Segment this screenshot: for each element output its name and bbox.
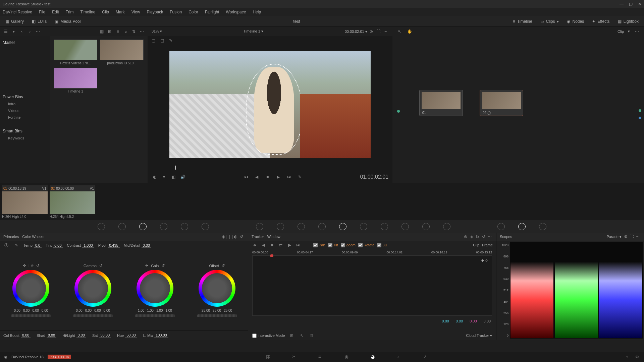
first-frame-icon[interactable]: ⏮ [243,174,249,180]
track-stop-icon[interactable]: ■ [269,242,275,248]
bin-keywords[interactable]: Keywords [3,135,47,141]
more-icon[interactable]: ⋯ [382,28,388,35]
temp-value[interactable]: 0.0 [34,243,42,248]
hue-value[interactable]: 50.00 [125,333,137,338]
hand-icon[interactable]: ✋ [407,28,413,35]
3d-checkbox[interactable]: 3D [377,243,387,247]
media-page-icon[interactable]: ▦ [266,354,272,360]
warper-icon[interactable] [277,223,284,230]
scopes-icon[interactable] [518,223,526,230]
timeline-button[interactable]: ≡Timeline [510,18,535,25]
timeline-name[interactable]: Timeline 1 [244,29,260,33]
viewer-scrubber[interactable] [152,164,388,171]
menu-view[interactable]: View [131,10,140,14]
reset-icon[interactable]: ↺ [222,263,225,268]
shad-value[interactable]: 0.00 [47,333,56,338]
track-link-icon[interactable]: ⇄ [278,242,284,248]
auto-balance-icon[interactable]: Ⓐ [3,242,9,248]
pivot-value[interactable]: 0.435 [108,243,120,248]
crosshair-icon[interactable]: ✛ [23,263,26,268]
sizing-icon[interactable] [422,223,430,230]
more-icon[interactable]: ⋯ [35,28,41,35]
track-fwd-icon[interactable]: ▶ [286,242,292,248]
settings-icon[interactable]: ⚙ [634,354,640,360]
zoom-checkbox[interactable]: Zoom [341,243,356,247]
add-point-icon[interactable]: ⊞ [289,333,295,339]
stop-icon[interactable]: ■ [265,174,271,180]
cut-page-icon[interactable]: ✂ [292,354,298,360]
window-icon[interactable] [318,223,326,230]
loop-icon[interactable]: ↻ [297,174,303,180]
tilt-checkbox[interactable]: Tilt [328,243,338,247]
target-icon[interactable]: ⊕ [463,234,469,240]
menu-fairlight[interactable]: Fairlight [205,10,219,14]
chevron-down-icon[interactable]: ▾ [261,29,263,33]
tracker-graph[interactable]: ◆ ◇ [252,255,492,316]
mute-icon[interactable]: 🔊 [180,174,186,180]
timeline-clip[interactable]: 0100:00:13:19V1 H.264 High L4.0 [2,185,48,218]
interactive-mode-checkbox[interactable]: Interactive Mode [252,334,285,338]
rgb-mixer-icon[interactable] [181,223,188,230]
unmix-icon[interactable]: ◐ [152,174,158,180]
pan-checkbox[interactable]: Pan [313,243,325,247]
bars-mode-icon[interactable]: ❘❘❘ [226,234,232,240]
play-icon[interactable]: ▶ [275,174,281,180]
node-graph[interactable]: 01 02 ◯ [392,36,644,183]
middetail-value[interactable]: 0.00 [142,243,151,248]
color-page-icon[interactable]: ◕ [371,354,377,360]
color-match-icon[interactable] [118,223,126,230]
more-icon[interactable]: ⋯ [635,234,641,240]
menu-fusion[interactable]: Fusion [170,10,182,14]
smart-bins[interactable]: Smart Bins [3,127,47,135]
luts-button[interactable]: ◧LUTs [29,18,49,25]
clip-mode[interactable]: Clip [473,243,479,247]
chevron-down-icon[interactable]: ▾ [11,28,17,35]
alpha-out-dot[interactable] [639,117,641,119]
input-dot[interactable] [397,110,400,113]
offset-master-slider[interactable] [197,314,237,317]
viewer-timecode[interactable]: 00:00:02:01 [345,29,364,34]
hilight-value[interactable]: 0.00 [76,333,86,338]
search-icon[interactable]: ⌕ [123,28,129,35]
bin-fortnite[interactable]: Fortnite [3,114,47,121]
chevron-down-icon[interactable]: ▾ [160,29,162,33]
close-icon[interactable]: ✕ [638,2,641,6]
tint-value[interactable]: 0.00 [53,243,63,248]
bin-intro[interactable]: Intro [3,101,47,107]
scope-settings-icon[interactable]: ⚙ [623,234,629,240]
timeline-clip[interactable]: 0200:00:00:00V1 H.264 High L5.2 [50,185,95,218]
info-icon[interactable] [539,223,546,230]
nav-prev-icon[interactable]: ‹ [19,28,25,35]
last-frame-icon[interactable]: ⏭ [286,174,292,180]
minimize-icon[interactable]: — [620,2,624,6]
wipe-icon[interactable]: ◧ [170,174,176,180]
hdr-icon[interactable] [160,223,167,230]
node-mode[interactable]: Clip [618,29,624,34]
blur-icon[interactable] [381,223,388,230]
chevron-down-icon[interactable]: ▾ [628,29,630,34]
lmix-value[interactable]: 100.00 [154,333,168,338]
nav-next-icon[interactable]: › [27,28,33,35]
gamma-wheel[interactable] [74,270,111,307]
fx-icon[interactable]: fx [475,234,481,240]
master-bin[interactable]: Master [3,39,47,46]
highlight-icon[interactable]: ▢ [150,38,156,44]
contrast-value[interactable]: 1.000 [82,243,94,248]
reset-icon[interactable]: ↺ [238,234,245,240]
magic-mask-icon[interactable] [360,223,367,230]
camera-raw-icon[interactable] [98,223,105,230]
key-icon[interactable] [401,223,409,230]
crosshair-icon[interactable]: ✛ [145,263,148,268]
track-fwd-one-icon[interactable]: ⏭ [295,242,301,248]
menu-clip[interactable]: Clip [102,10,109,14]
edit-page-icon[interactable]: ≡ [318,354,324,360]
3d-icon[interactable] [443,223,450,230]
node-01[interactable]: 01 [419,90,463,116]
scope-mode[interactable]: Parade [606,235,618,239]
menu-file[interactable]: File [39,10,45,14]
more-icon[interactable]: ⋯ [487,234,493,240]
viewer-canvas[interactable] [148,45,392,164]
thumb-view-icon[interactable]: ▦ [99,28,105,35]
menu-help[interactable]: Help [253,10,261,14]
tracker-playhead[interactable] [272,256,272,315]
